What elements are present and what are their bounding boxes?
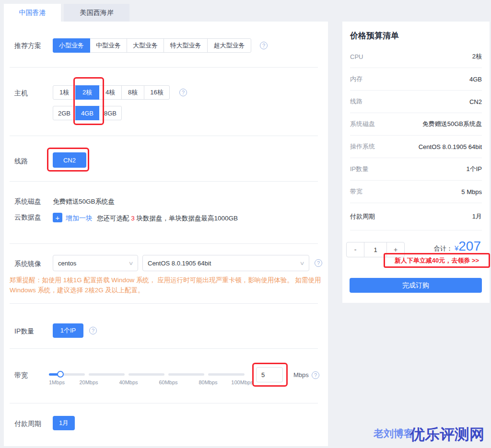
- ip-help-icon[interactable]: ?: [89, 327, 97, 334]
- watermark-laoliu-blog: 老刘博客: [374, 427, 414, 440]
- image-family-select[interactable]: centos ∨: [53, 255, 138, 271]
- promo-coupon-link[interactable]: 新人下单立减40元，去领券 >>: [395, 256, 479, 265]
- host-label: 主机: [14, 89, 28, 98]
- slider-track-segment: [168, 373, 204, 376]
- total-price: 合计： ¥ 207: [434, 239, 481, 254]
- host-help-icon[interactable]: ?: [179, 89, 187, 96]
- ip-option-1[interactable]: 1个IP: [53, 323, 83, 338]
- summary-row-value: 免费赠送50GB系统盘: [422, 120, 482, 128]
- core-option-2[interactable]: 2核: [75, 85, 99, 100]
- core-option-8[interactable]: 8核: [121, 85, 144, 100]
- chevron-down-icon: ∨: [299, 260, 304, 266]
- summary-row-payment-cycle: 付款周期 1月: [350, 203, 482, 230]
- tab-hong-kong[interactable]: 中国香港: [4, 4, 61, 22]
- slider-tick-20mbps: 20Mbps: [79, 379, 98, 385]
- slider-track-segment: [89, 373, 125, 376]
- bandwidth-input[interactable]: [256, 367, 283, 382]
- memory-option-4gb[interactable]: 4GB: [75, 106, 99, 120]
- memory-option-2gb[interactable]: 2GB: [53, 106, 76, 120]
- image-help-icon[interactable]: ?: [315, 259, 322, 267]
- submit-order-button[interactable]: 完成订购: [350, 278, 482, 293]
- line-label: 线路: [14, 157, 28, 166]
- slider-thumb[interactable]: [57, 371, 64, 378]
- summary-row-label: 系统磁盘: [350, 120, 375, 128]
- slider-tick-40mbps: 40Mbps: [119, 379, 138, 385]
- currency-symbol: ¥: [455, 244, 458, 252]
- summary-row-label: 操作系统: [350, 142, 375, 151]
- bandwidth-slider[interactable]: 1Mbps 20Mbps 40Mbps 60Mbps 80Mbps 100Mbp…: [49, 373, 245, 376]
- plan-option-xxlarge[interactable]: 超大型业务: [207, 38, 251, 53]
- summary-row-label: 内存: [350, 75, 362, 83]
- memory-option-8gb[interactable]: 8GB: [99, 106, 122, 120]
- summary-row-value: 1月: [472, 212, 482, 221]
- bandwidth-label: 带宽: [14, 371, 28, 380]
- summary-row-value: 5 Mbps: [461, 188, 482, 195]
- core-option-1[interactable]: 1核: [53, 85, 76, 100]
- quantity-minus-button[interactable]: -: [346, 242, 364, 257]
- summary-row-value: 2核: [472, 52, 482, 61]
- divider: [10, 403, 318, 403]
- payment-label: 付款周期: [14, 420, 41, 428]
- image-version-value: CentOS 8.0.1905 64bit: [148, 260, 211, 267]
- windows-warning-text: 郑重提醒：如使用 1核1G 配置搭载 Window 系统， 应用运行时可能出现严…: [10, 275, 321, 295]
- plan-option-medium[interactable]: 中型业务: [90, 38, 127, 53]
- plan-option-xlarge[interactable]: 特大型业务: [164, 38, 208, 53]
- summary-row-label: IP数量: [350, 165, 368, 173]
- plan-option-small[interactable]: 小型业务: [53, 38, 90, 53]
- core-button-group: 1核 2核 4核 8核 16核: [53, 85, 170, 100]
- plan-label: 推荐方案: [14, 42, 41, 50]
- data-disk-label: 云数据盘: [14, 213, 41, 222]
- core-option-16[interactable]: 16核: [144, 85, 170, 100]
- divider: [10, 243, 318, 244]
- summary-row-system-disk: 系统磁盘 免费赠送50GB系统盘: [350, 113, 482, 136]
- summary-row-value: CentOS 8.0.1905 64bit: [419, 143, 482, 150]
- slider-tick-1mbps: 1Mbps: [49, 379, 65, 385]
- total-label: 合计：: [434, 244, 453, 253]
- slider-tick-60mbps: 60Mbps: [159, 379, 177, 385]
- data-disk-hint-suffix: 块数据盘，单块数据盘最高1000GB: [135, 215, 238, 222]
- summary-row-bandwidth: 带宽 5 Mbps: [350, 181, 482, 203]
- watermark-youle-review: 优乐评测网: [410, 425, 484, 445]
- image-family-value: centos: [58, 260, 76, 267]
- data-disk-hint: 您还可选配 3 块数据盘，单块数据盘最高1000GB: [97, 214, 238, 223]
- summary-row-line: 线路 CN2: [350, 91, 482, 113]
- slider-tick-100mbps: 100Mbps: [231, 379, 253, 385]
- add-disk-link[interactable]: 增加一块: [66, 214, 93, 223]
- ip-label: IP数量: [14, 327, 34, 336]
- slider-track-segment: [208, 373, 245, 376]
- data-disk-hint-count: 3: [131, 215, 135, 222]
- plan-option-large[interactable]: 大型业务: [127, 38, 164, 53]
- summary-row-memory: 内存 4GB: [350, 68, 482, 91]
- bandwidth-unit: Mbps: [293, 371, 309, 379]
- summary-row-value: 1个IP: [466, 165, 482, 173]
- plan-button-group: 小型业务 中型业务 大型业务 特大型业务 超大型业务: [53, 38, 251, 53]
- system-disk-value: 免费赠送50GB系统盘: [53, 197, 115, 206]
- divider: [10, 181, 318, 182]
- promo-annotation-box: 新人下单立减40元，去领券 >>: [384, 253, 490, 268]
- divider: [10, 348, 318, 349]
- bandwidth-help-icon[interactable]: ?: [312, 371, 319, 379]
- image-version-select[interactable]: CentOS 8.0.1905 64bit ∨: [142, 255, 309, 271]
- total-amount: 207: [458, 239, 481, 254]
- purchase-page: 中国香港 美国西海岸 推荐方案 小型业务 中型业务 大型业务 特大型业务 超大型…: [0, 0, 491, 448]
- summary-row-os: 操作系统 CentOS 8.0.1905 64bit: [350, 136, 482, 158]
- payment-option-1month[interactable]: 1月: [53, 416, 75, 430]
- memory-button-group: 2GB 4GB 8GB: [53, 106, 122, 120]
- chevron-down-icon: ∨: [128, 260, 133, 266]
- divider: [10, 67, 318, 68]
- image-label: 系统镜像: [14, 260, 41, 268]
- summary-row-label: 带宽: [350, 187, 362, 196]
- summary-row-label: 付款周期: [350, 212, 375, 221]
- divider: [10, 136, 318, 136]
- summary-row-value: CN2: [469, 98, 482, 105]
- system-disk-label: 系统磁盘: [14, 197, 41, 206]
- add-disk-plus-icon[interactable]: +: [53, 213, 62, 222]
- summary-row-label: CPU: [350, 53, 363, 60]
- summary-row-label: 线路: [350, 97, 362, 106]
- divider: [10, 303, 318, 304]
- plan-help-icon[interactable]: ?: [260, 42, 268, 49]
- line-option-cn2[interactable]: CN2: [53, 152, 86, 168]
- core-option-4[interactable]: 4核: [99, 85, 122, 100]
- summary-title: 价格预算清单: [350, 30, 482, 42]
- tab-us-west[interactable]: 美国西海岸: [64, 4, 129, 22]
